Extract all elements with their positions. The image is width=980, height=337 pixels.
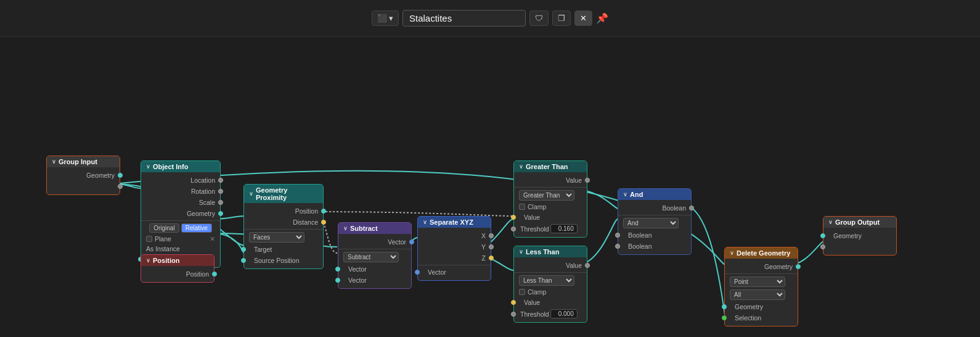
- chevron-icon: ∨: [519, 249, 523, 255]
- prox-dist-socket[interactable]: [321, 220, 326, 225]
- and-select[interactable]: And Or: [623, 218, 679, 228]
- xyz-vec-label: Vector: [428, 268, 446, 276]
- lt-clamp-checkbox[interactable]: [519, 289, 525, 295]
- rotation-socket[interactable]: [218, 189, 223, 194]
- lt-out-socket[interactable]: [585, 263, 590, 268]
- title-input[interactable]: [402, 10, 526, 27]
- go-extra-socket[interactable]: [820, 244, 825, 249]
- extra-output-socket[interactable]: [118, 184, 123, 189]
- y-out-label: Y: [481, 243, 486, 251]
- separate-xyz-node: ∨ Separate XYZ X Y Z Vector: [417, 216, 491, 281]
- faces-select[interactable]: Faces Points Edges: [249, 232, 304, 243]
- gt-select[interactable]: Greater Than Less Than: [519, 190, 574, 201]
- group-output-title: Group Output: [835, 218, 880, 226]
- del-geo-out-socket[interactable]: [796, 264, 801, 269]
- geo-prox-title: Geometry Proximity: [256, 186, 318, 201]
- and-bool1-socket[interactable]: [615, 233, 620, 238]
- chevron-icon: ∨: [52, 159, 56, 165]
- pin-icon: 📌: [596, 13, 608, 23]
- and-out-socket[interactable]: [689, 206, 694, 210]
- lt-select[interactable]: Less Than Greater Than: [519, 275, 574, 286]
- gt-out-socket[interactable]: [585, 178, 590, 183]
- and-header: ∨ And: [618, 189, 691, 200]
- geometry-proximity-node: ∨ Geometry Proximity Position Distance F…: [243, 184, 324, 269]
- shield-icon: 🛡: [535, 14, 543, 23]
- lt-threshold-input[interactable]: [550, 309, 578, 318]
- geometry-output-socket[interactable]: [118, 173, 123, 178]
- plane-label: Plane: [155, 235, 171, 243]
- z-out-socket[interactable]: [489, 256, 494, 260]
- close-button[interactable]: ✕: [574, 10, 592, 26]
- chevron-icon: ∨: [343, 225, 348, 231]
- go-geo-socket[interactable]: [820, 233, 825, 238]
- copy-button[interactable]: ❐: [552, 10, 571, 26]
- and-bool2-socket[interactable]: [615, 244, 620, 249]
- group-output-header: ∨ Group Output: [823, 217, 896, 228]
- subtract-out-socket[interactable]: [409, 239, 414, 244]
- plane-checkbox[interactable]: [146, 236, 152, 242]
- z-out-label: Z: [482, 254, 486, 262]
- scale-socket[interactable]: [218, 200, 223, 205]
- source-pos-label: Source Position: [254, 257, 300, 264]
- relative-btn[interactable]: Relative: [181, 223, 212, 233]
- subtract-title: Subtract: [350, 225, 378, 232]
- greater-than-node: ∨ Greater Than Value Greater Than Less T…: [513, 160, 587, 238]
- plane-close[interactable]: ✕: [210, 235, 215, 243]
- del-geo-out-label: Geometry: [764, 263, 793, 270]
- lt-value-socket[interactable]: [511, 300, 516, 305]
- position-out-socket[interactable]: [212, 272, 217, 277]
- sub-vec1-socket[interactable]: [335, 267, 340, 272]
- subtract-select[interactable]: Subtract Add: [343, 252, 399, 262]
- gt-clamp-label: Clamp: [528, 203, 546, 210]
- del-point-select[interactable]: Point Edge Face: [730, 277, 785, 287]
- gt-threshold-input[interactable]: [550, 224, 578, 233]
- position-header: ∨ Position: [141, 255, 214, 266]
- del-sel-socket[interactable]: [722, 315, 727, 320]
- geom-socket[interactable]: [218, 211, 223, 216]
- delete-geometry-node: ∨ Delete Geometry Geometry Point Edge Fa…: [724, 247, 798, 327]
- dropdown-arrow: ▾: [389, 14, 393, 23]
- location-socket[interactable]: [218, 178, 223, 183]
- shield-button[interactable]: 🛡: [529, 10, 549, 26]
- del-geo-socket[interactable]: [722, 304, 727, 309]
- chevron-icon: ∨: [146, 257, 150, 264]
- gt-clamp-checkbox[interactable]: [519, 204, 525, 210]
- location-label: Location: [190, 177, 215, 184]
- gt-threshold-label: Threshold: [520, 225, 549, 233]
- lt-header: ∨ Less Than: [514, 246, 587, 257]
- x-out-label: X: [481, 232, 486, 239]
- gt-value-socket[interactable]: [511, 215, 516, 220]
- position-out-label: Position: [295, 207, 318, 215]
- close-icon: ✕: [580, 14, 587, 23]
- original-btn[interactable]: Original: [149, 223, 179, 233]
- gt-header: ∨ Greater Than: [514, 161, 587, 172]
- position-label: Position: [186, 270, 209, 278]
- position-node: ∨ Position Position: [141, 254, 214, 283]
- del-geo-title: Delete Geometry: [737, 249, 790, 257]
- less-than-node: ∨ Less Than Value Less Than Greater Than…: [513, 246, 587, 323]
- pin-button[interactable]: 📌: [596, 12, 608, 24]
- vec1-label: Vector: [348, 265, 367, 273]
- source-pos-socket[interactable]: [241, 258, 246, 263]
- node-type-dropdown[interactable]: ⬛ ▾: [372, 10, 399, 26]
- group-input-node: ∨ Group Input Geometry: [46, 156, 120, 195]
- copy-icon: ❐: [558, 14, 565, 23]
- vector-out-label: Vector: [388, 238, 406, 246]
- chevron-icon: ∨: [730, 250, 734, 256]
- geo-prox-header: ∨ Geometry Proximity: [244, 185, 323, 203]
- x-out-socket[interactable]: [489, 233, 494, 238]
- y-out-socket[interactable]: [489, 244, 494, 249]
- and-node: ∨ And Boolean And Or Boolean Boolean: [618, 188, 692, 255]
- chevron-icon: ∨: [623, 191, 627, 198]
- geometry-label: Geometry: [86, 172, 115, 179]
- sub-vec2-socket[interactable]: [335, 278, 340, 283]
- and-title: And: [630, 191, 643, 198]
- gt-threshold-socket[interactable]: [511, 227, 516, 231]
- lt-threshold-socket[interactable]: [511, 312, 516, 317]
- xyz-vec-socket[interactable]: [415, 270, 420, 275]
- target-socket[interactable]: [241, 247, 246, 252]
- rotation-label: Rotation: [191, 188, 215, 195]
- del-all-select[interactable]: All Only Edges: [730, 289, 785, 300]
- sep-xyz-header: ∨ Separate XYZ: [418, 217, 491, 228]
- prox-pos-socket[interactable]: [321, 209, 326, 214]
